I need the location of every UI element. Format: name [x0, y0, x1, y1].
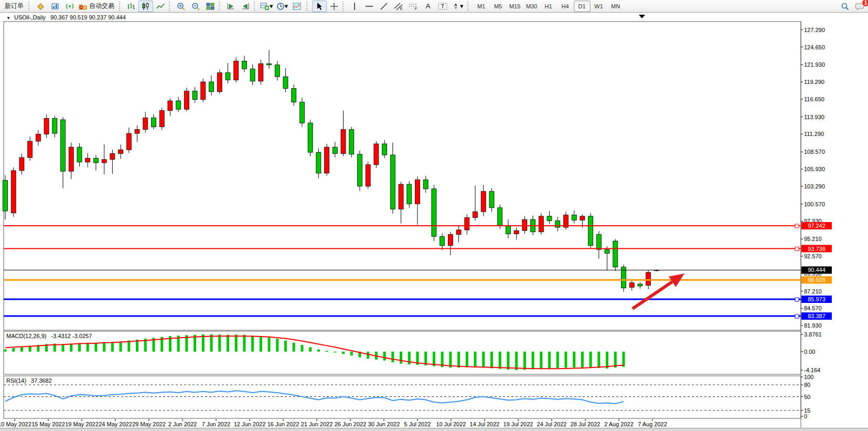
zoom-out-button[interactable]: [188, 1, 203, 12]
chart-symbol-period: USOil-,Daily: [14, 14, 46, 20]
timeframe-button-w1[interactable]: W1: [591, 1, 607, 12]
date-label: 24 May 2022: [99, 421, 132, 427]
svg-text:E: E: [400, 7, 403, 10]
macd-histogram-bar: [293, 343, 295, 352]
candle-body: [580, 216, 585, 220]
candlestick-chart-button[interactable]: [138, 1, 153, 12]
candle-body: [159, 111, 164, 127]
new-chart-button[interactable]: ▾: [259, 1, 275, 12]
hline-anchor-marker[interactable]: [795, 224, 799, 228]
candle-body: [456, 230, 461, 235]
macd-tick-label: 0.00: [804, 349, 815, 355]
axis-price-badge: 90.444: [801, 266, 832, 274]
price-tick-label: 100.570: [804, 201, 825, 207]
auto-scroll-button[interactable]: [223, 1, 238, 12]
symbols-button[interactable]: [33, 1, 48, 12]
signals-button[interactable]: [62, 1, 77, 12]
macd-title: MACD(12,26,9): [6, 333, 46, 339]
date-label: 2 Jun 2022: [168, 421, 197, 427]
autotrade-button[interactable]: 自动交易: [77, 1, 118, 12]
timeframe-button-mn[interactable]: MN: [607, 1, 624, 12]
cursor-tool-button[interactable]: [312, 1, 327, 12]
chart-dropdown-caret-icon[interactable]: ▼: [6, 16, 10, 20]
toolbar-separator: [306, 2, 310, 11]
zoom-out-icon: [191, 2, 200, 10]
rsi-tick-label: 0: [804, 413, 807, 419]
price-tick-label: 121.930: [804, 61, 825, 68]
text-tool-button[interactable]: A: [421, 1, 435, 12]
vertical-line-tool-button[interactable]: [347, 1, 362, 12]
timeframe-button-m30[interactable]: M30: [523, 1, 540, 12]
timeframe-button-m1[interactable]: M1: [473, 1, 490, 12]
chart-window[interactable]: 127.290124.650121.930119.290116.650113.9…: [0, 0, 868, 431]
candle-body: [217, 73, 222, 92]
text-label-tool-button[interactable]: T: [435, 1, 450, 12]
macd-histogram-bar: [515, 352, 518, 370]
macd-values: -3.4312 -3.0257: [51, 333, 92, 339]
macd-histogram-bar: [564, 352, 567, 368]
price-tick-label: 119.290: [804, 79, 824, 85]
channel-tool-button[interactable]: E: [391, 1, 406, 12]
bar-chart-icon: [127, 2, 135, 10]
periods-button[interactable]: ▾: [275, 1, 290, 12]
bar-chart-button[interactable]: [124, 1, 138, 12]
macd-histogram-bar: [78, 343, 81, 352]
date-label: 7 Aug 2022: [638, 421, 667, 427]
arrows-tool-button[interactable]: ▾: [450, 1, 465, 12]
candle-body: [250, 69, 255, 81]
fibonacci-icon: F: [409, 2, 418, 10]
line-chart-button[interactable]: [153, 1, 168, 12]
dropdown-arrow-icon: ▾: [285, 3, 288, 9]
fibonacci-tool-button[interactable]: F: [406, 1, 421, 12]
candle-body: [325, 147, 329, 173]
macd-histogram-bar: [301, 345, 303, 352]
horizontal-line-tool-button[interactable]: [362, 1, 377, 12]
timeframe-button-d1[interactable]: D1: [574, 1, 591, 12]
hline-anchor-marker[interactable]: [795, 298, 799, 301]
macd-histogram-bar: [251, 335, 254, 351]
search-button[interactable]: [838, 1, 852, 12]
macd-histogram-bar: [507, 352, 509, 370]
notifications-button[interactable]: 1: [852, 1, 867, 12]
text-tool-icon: A: [426, 3, 431, 9]
macd-histogram-bar: [218, 334, 221, 352]
zoom-in-button[interactable]: [174, 1, 188, 12]
candle-body: [267, 64, 272, 65]
timeframe-button-h1[interactable]: H1: [540, 1, 557, 12]
candle-body: [110, 154, 115, 160]
crosshair-tool-button[interactable]: [327, 1, 341, 12]
price-tick-label: 113.930: [804, 114, 824, 120]
trendline-tool-button[interactable]: [377, 1, 391, 12]
notification-count-badge: 1: [862, 0, 868, 7]
tile-windows-button[interactable]: [203, 1, 218, 12]
candle-body: [572, 215, 576, 220]
chart-shift-button[interactable]: [238, 1, 253, 12]
hline-anchor-marker[interactable]: [795, 247, 799, 251]
new-order-button[interactable]: 新订单: [1, 1, 27, 12]
tile-windows-icon: [206, 2, 215, 10]
hline-anchor-marker[interactable]: [795, 314, 799, 318]
toolbar-separator: [467, 2, 471, 11]
candle-body: [151, 118, 156, 127]
chart-properties-button[interactable]: [290, 1, 304, 12]
auto-scroll-icon: [227, 2, 235, 10]
timeframe-button-m15[interactable]: M15: [507, 1, 523, 12]
macd-histogram-bar: [342, 352, 345, 354]
market-watch-button[interactable]: [48, 1, 62, 12]
candle-body: [44, 119, 49, 134]
timeframe-button-h4[interactable]: H4: [557, 1, 574, 12]
date-label: 19 Jul 2022: [503, 421, 533, 427]
svg-text:F: F: [415, 7, 417, 10]
candle-body: [415, 180, 420, 204]
date-label: 10 May 2022: [0, 421, 31, 427]
badge-text: 83.387: [808, 313, 826, 319]
macd-histogram-bar: [227, 335, 229, 352]
price-tick-label: 127.290: [804, 27, 825, 33]
axis-price-badge: 83.387: [801, 312, 832, 320]
macd-histogram-bar: [87, 343, 89, 352]
price-tick-label: 95.210: [804, 236, 822, 242]
timeframe-button-m5[interactable]: M5: [490, 1, 507, 12]
autotrade-label: 自动交易: [87, 2, 116, 10]
macd-histogram-bar: [490, 352, 493, 369]
macd-histogram-bar: [4, 350, 7, 352]
